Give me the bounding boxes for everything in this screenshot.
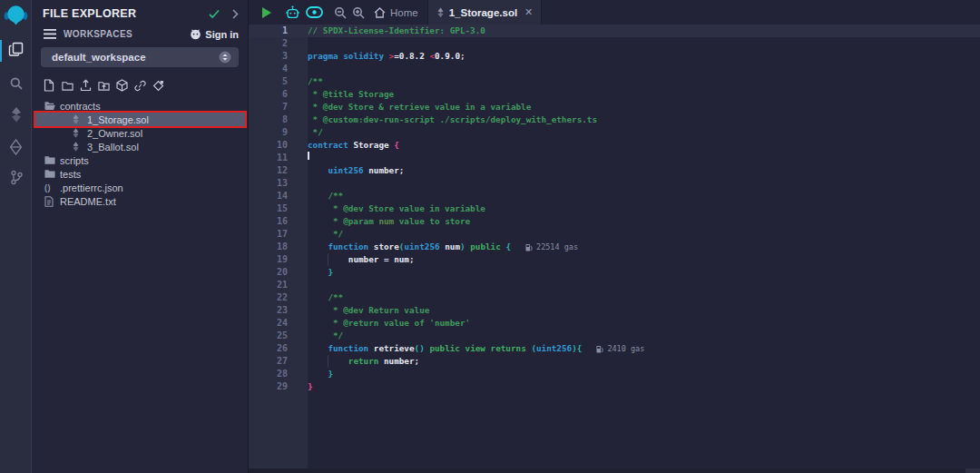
tab-label: 1_Storage.sol [449, 7, 517, 18]
workspaces-label: WORKSPACES [64, 29, 190, 39]
panel-title: FILE EXPLORER [43, 7, 209, 20]
zoom-out-icon[interactable] [334, 6, 347, 19]
folder-icon [44, 155, 55, 165]
code-text: return number; [308, 355, 419, 368]
code-line[interactable]: 22 /** [249, 291, 980, 304]
code-line[interactable]: 25 */ [249, 330, 980, 342]
code-text: pragma solidity >=0.8.2 <0.9.0; [308, 50, 466, 63]
code-line[interactable]: 27 return number; [249, 355, 980, 368]
code-line[interactable]: 10contract Storage { [249, 139, 980, 152]
code-line[interactable]: 26 function retrieve() public view retur… [249, 342, 980, 355]
tab-close-icon[interactable]: ✕ [524, 6, 533, 18]
code-line[interactable]: 5/** [249, 75, 980, 88]
code-line[interactable]: 9 */ [249, 126, 980, 139]
folder-open-icon [44, 101, 55, 111]
code-text: } [308, 368, 333, 380]
line-number: 17 [249, 228, 308, 241]
new-folder-icon[interactable] [62, 79, 74, 92]
code-editor[interactable]: 1// SPDX-License-Identifier: GPL-3.023pr… [249, 25, 980, 473]
code-line[interactable]: 18 function store(uint256 num) public {2… [249, 241, 980, 253]
code-line[interactable]: 4 [249, 63, 980, 75]
hamburger-menu-icon[interactable] [44, 29, 56, 39]
ipfs-cube-icon[interactable] [116, 79, 128, 92]
line-number: 5 [249, 75, 308, 88]
tree-item-2-owner-sol[interactable]: 2_Owner.sol [32, 126, 248, 140]
tree-item-3-ballot-sol[interactable]: 3_Ballot.sol [32, 140, 248, 153]
remix-ide: FILE EXPLORER WORKSPACES Sign in [0, 0, 980, 473]
code-line[interactable]: 19 number = num; [249, 253, 980, 266]
code-text: uint256 number; [308, 164, 404, 177]
line-number: 21 [249, 279, 308, 291]
solidity-compiler-icon[interactable] [0, 106, 32, 123]
code-line[interactable]: 14 /** [249, 190, 980, 202]
tree-item-readme-txt[interactable]: README.txt [32, 194, 248, 208]
tree-item-label: README.txt [60, 196, 116, 207]
remix-logo-icon[interactable] [0, 3, 32, 30]
line-number: 15 [249, 202, 308, 215]
code-line[interactable]: 7 * @dev Store & retrieve value in a var… [249, 101, 980, 113]
publish-gist-icon[interactable] [152, 79, 164, 92]
code-line[interactable]: 16 * @param num value to store [249, 215, 980, 228]
tab-home[interactable]: Home [365, 0, 427, 25]
code-line[interactable]: 29} [249, 380, 980, 393]
deploy-run-icon[interactable] [0, 139, 32, 155]
solidity-file-icon [436, 7, 445, 18]
code-line[interactable]: 24 * @return value of 'number' [249, 317, 980, 330]
upload-folder-icon[interactable] [98, 79, 110, 92]
upload-file-icon[interactable] [80, 79, 92, 92]
code-line[interactable]: 20 } [249, 266, 980, 279]
check-icon[interactable] [209, 9, 220, 19]
code-line[interactable]: 2 [249, 37, 980, 50]
code-line[interactable]: 15 * @dev Store value in variable [249, 202, 980, 215]
ai-assistant-icon[interactable] [285, 5, 300, 19]
code-line[interactable]: 23 * @dev Return value [249, 304, 980, 317]
solidity-icon [72, 128, 83, 138]
code-line[interactable]: 11 [249, 152, 980, 164]
activity-bar [0, 0, 32, 473]
file-text-icon [44, 196, 55, 207]
code-line[interactable]: 28 } [249, 368, 980, 380]
file-explorer-icon[interactable] [0, 42, 32, 57]
line-number: 20 [249, 266, 308, 279]
code-line[interactable]: 1// SPDX-License-Identifier: GPL-3.0 [249, 25, 980, 37]
new-file-icon[interactable] [44, 79, 55, 92]
workspace-name: default_workspace [52, 52, 219, 63]
code-line[interactable]: 3pragma solidity >=0.8.2 <0.9.0; [249, 50, 980, 63]
tree-item-scripts[interactable]: scripts [32, 153, 248, 167]
tree-item-tests[interactable]: tests [32, 167, 248, 181]
toggle-icon[interactable] [306, 6, 323, 18]
tree-item-label: scripts [60, 155, 89, 166]
code-line[interactable]: 13 [249, 177, 980, 190]
code-line[interactable]: 6 * @title Storage [249, 88, 980, 101]
zoom-in-icon[interactable] [352, 6, 365, 19]
code-text: function store(uint256 num) public { [308, 241, 511, 253]
line-number: 7 [249, 101, 308, 113]
line-number: 19 [249, 253, 308, 266]
line-number: 4 [249, 63, 308, 75]
line-number: 9 [249, 126, 308, 139]
workspace-dropdown[interactable]: default_workspace [41, 47, 239, 67]
code-line[interactable]: 21 [249, 279, 980, 291]
search-icon[interactable] [0, 76, 32, 91]
tree-item-1-storage-sol[interactable]: 1_Storage.sol [34, 111, 247, 128]
code-text: function retrieve() public view returns … [308, 342, 582, 355]
code-line[interactable]: 8 * @custom:dev-run-script ./scripts/dep… [249, 113, 980, 126]
code-text: } [308, 266, 333, 279]
git-icon[interactable] [0, 170, 32, 185]
line-number: 14 [249, 190, 308, 202]
line-number: 24 [249, 317, 308, 330]
code-text: * @dev Return value [308, 304, 429, 317]
import-link-icon[interactable] [134, 79, 146, 92]
tab-storage-sol[interactable]: 1_Storage.sol ✕ [427, 0, 543, 25]
tree-item-label: contracts [60, 101, 101, 112]
line-number: 13 [249, 177, 308, 190]
github-icon [190, 28, 201, 40]
run-script-icon[interactable] [262, 7, 271, 18]
sign-in-button[interactable]: Sign in [190, 28, 239, 40]
chevron-right-icon[interactable] [232, 9, 239, 19]
code-line[interactable]: 17 */ [249, 228, 980, 241]
tree-item--prettierrc-json[interactable]: ( ).prettierrc.json [32, 181, 248, 194]
code-line[interactable]: 12 uint256 number; [249, 164, 980, 177]
horizontal-scrollbar[interactable] [249, 468, 980, 473]
code-text: } [308, 380, 313, 393]
